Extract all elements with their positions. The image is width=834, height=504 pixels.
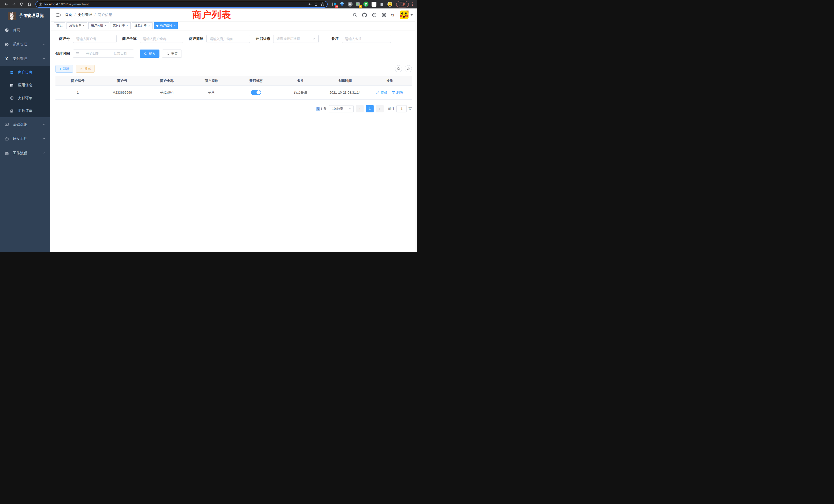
col-merchant-no: 商户号 bbox=[100, 76, 145, 86]
font-size-icon[interactable]: tT bbox=[391, 13, 395, 17]
tab-refund-order[interactable]: 退款订单× bbox=[132, 22, 153, 29]
header-search-icon[interactable] bbox=[353, 13, 357, 17]
create-time-range-picker[interactable]: 开始日期 - 结束日期 bbox=[73, 49, 134, 58]
sidebar-item-infra[interactable]: 基础设施 bbox=[0, 117, 50, 132]
reset-button[interactable]: 重置 bbox=[162, 49, 182, 58]
browser-back-button[interactable] bbox=[3, 1, 10, 7]
calendar-icon bbox=[76, 52, 79, 55]
tab-pay-order[interactable]: 支付订单× bbox=[110, 22, 131, 29]
sidebar-logo[interactable]: 芋道管理系统 bbox=[0, 8, 50, 23]
status-toggle[interactable] bbox=[251, 90, 261, 95]
user-avatar[interactable] bbox=[400, 10, 413, 19]
remark-input[interactable] bbox=[342, 35, 391, 43]
browser-forward-button[interactable] bbox=[10, 1, 18, 7]
refresh-table-button[interactable] bbox=[405, 65, 412, 72]
plus-icon: + bbox=[59, 67, 61, 71]
help-icon[interactable] bbox=[372, 13, 377, 18]
pagination-total: 共 1 条 bbox=[316, 107, 327, 111]
browser-reload-button[interactable] bbox=[18, 1, 25, 7]
merchant-short-name-input[interactable] bbox=[206, 35, 250, 43]
sidebar-item-workflow[interactable]: 工作流程 bbox=[0, 146, 50, 160]
search-icon bbox=[397, 67, 400, 71]
browser-update-button[interactable]: 更新 bbox=[396, 1, 409, 7]
delete-link[interactable]: 删除 bbox=[392, 90, 403, 95]
show-search-toggle-button[interactable] bbox=[395, 65, 402, 72]
avatar-caret-icon[interactable] bbox=[410, 14, 413, 16]
merchant-name-input[interactable] bbox=[140, 35, 183, 43]
site-info-icon[interactable] bbox=[39, 2, 42, 6]
bookmark-star-icon[interactable] bbox=[320, 2, 325, 6]
tab-user-group[interactable]: 用户分组× bbox=[88, 22, 109, 29]
ext-y-icon[interactable]: y bbox=[363, 1, 369, 7]
close-icon[interactable]: × bbox=[126, 24, 128, 27]
status-select[interactable]: 请选择开启状态 bbox=[273, 35, 319, 43]
page-1-button[interactable]: 1 bbox=[366, 105, 374, 112]
sidebar-item-app-info[interactable]: 应用信息 bbox=[0, 79, 50, 92]
prev-page-button[interactable]: ‹ bbox=[356, 105, 364, 112]
sidebar-item-home[interactable]: 首页 bbox=[0, 23, 50, 37]
toolbox-icon bbox=[4, 151, 9, 156]
pagination: 共 1 条 10条/页 ‹ 1 › 前往 页 bbox=[56, 105, 412, 112]
goto-label: 前往 bbox=[388, 107, 395, 111]
sidebar-item-refund-order[interactable]: 退款订单 bbox=[0, 105, 50, 117]
breadcrumb: 首页 / 支付管理 / 商户信息 bbox=[65, 13, 112, 17]
sidebar-fold-icon[interactable] bbox=[54, 13, 63, 18]
extensions-puzzle-icon[interactable] bbox=[379, 1, 385, 7]
close-icon[interactable]: × bbox=[83, 24, 85, 27]
trash-icon bbox=[392, 91, 395, 94]
add-button[interactable]: + 新增 bbox=[56, 65, 73, 73]
sidebar-item-pay-order[interactable]: ¥ 支付订单 bbox=[0, 92, 50, 105]
sidebar-item-system[interactable]: 系统管理 bbox=[0, 37, 50, 51]
ext-gem-icon[interactable] bbox=[339, 1, 345, 7]
search-button[interactable]: 搜索 bbox=[140, 49, 159, 58]
goto-page-input[interactable] bbox=[396, 105, 407, 112]
status-label: 开启状态 bbox=[256, 37, 273, 41]
monitor-chart-icon bbox=[4, 122, 9, 127]
ext-command-icon[interactable]: ⌘ bbox=[347, 1, 353, 7]
close-icon[interactable]: × bbox=[173, 24, 175, 27]
tab-merchant-info[interactable]: 商户信息× bbox=[154, 22, 178, 29]
close-icon[interactable]: × bbox=[148, 24, 150, 27]
col-full-name: 商户全称 bbox=[145, 76, 189, 86]
tags-view: 首页 流程表单× 用户分组× 支付订单× 退款订单× 商户信息× bbox=[50, 21, 417, 30]
github-icon[interactable] bbox=[362, 13, 367, 18]
ext-badge: 10 bbox=[335, 5, 338, 8]
browser-profile-avatar[interactable] bbox=[387, 1, 393, 7]
tab-home[interactable]: 首页 bbox=[54, 22, 65, 29]
breadcrumb-current: 商户信息 bbox=[98, 13, 112, 17]
merchant-no-input[interactable] bbox=[73, 35, 116, 43]
cell-merchant-no: M233666999 bbox=[100, 86, 145, 99]
fullscreen-icon[interactable] bbox=[381, 13, 387, 18]
close-icon[interactable]: × bbox=[105, 24, 106, 27]
password-key-icon[interactable] bbox=[308, 2, 312, 6]
edit-link[interactable]: 修改 bbox=[376, 90, 387, 95]
next-page-button[interactable]: › bbox=[376, 105, 383, 112]
sidebar-item-pay[interactable]: ¥ 支付管理 bbox=[0, 51, 50, 66]
sidebar-item-merchant-info[interactable]: 商户信息 bbox=[0, 66, 50, 79]
breadcrumb-pay[interactable]: 支付管理 bbox=[78, 13, 92, 17]
refresh-icon bbox=[407, 67, 410, 71]
app-title: 芋道管理系统 bbox=[19, 13, 44, 19]
merchant-no-label: 商户号 bbox=[56, 37, 73, 41]
sidebar-item-devtools[interactable]: 研发工具 bbox=[0, 132, 50, 146]
merchant-name-label: 商户全称 bbox=[122, 37, 140, 41]
tab-process-form[interactable]: 流程表单× bbox=[66, 22, 87, 29]
ext-diamond-icon[interactable]: 10 bbox=[331, 1, 337, 7]
search-icon bbox=[144, 52, 147, 55]
ext-notes-icon[interactable] bbox=[371, 1, 377, 7]
svg-text:¥: ¥ bbox=[11, 97, 13, 99]
breadcrumb-home[interactable]: 首页 bbox=[65, 13, 72, 17]
export-button[interactable]: 导出 bbox=[76, 65, 95, 73]
browser-menu-icon[interactable] bbox=[410, 2, 414, 6]
shop-icon bbox=[10, 70, 14, 74]
page-scrollbar[interactable] bbox=[415, 9, 417, 252]
cell-full-name: 芋道源码 bbox=[145, 86, 189, 99]
cell-merchant-id: 1 bbox=[56, 86, 100, 99]
ext-timer-icon[interactable]: 1 bbox=[355, 1, 361, 7]
start-date-placeholder: 开始日期 bbox=[82, 51, 104, 56]
url-bar[interactable]: localhost:1024/pay/merchant bbox=[36, 1, 328, 8]
page-size-select[interactable]: 10条/页 bbox=[329, 105, 354, 112]
chevron-up-icon bbox=[42, 57, 45, 61]
share-icon[interactable] bbox=[314, 2, 318, 6]
browser-home-button[interactable] bbox=[26, 1, 33, 7]
